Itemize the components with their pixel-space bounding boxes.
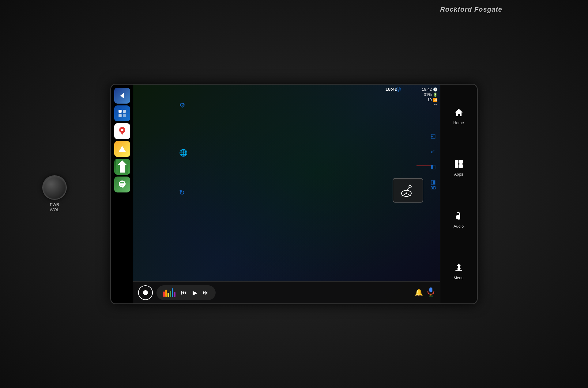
svg-rect-23 bbox=[459, 164, 463, 168]
app-dock bbox=[111, 85, 133, 303]
nav-item-menu[interactable]: Menu bbox=[450, 260, 467, 283]
pwr-label: PWR/VOL bbox=[50, 202, 59, 213]
apps-label: Apps bbox=[454, 172, 463, 177]
nav-item-home[interactable]: Home bbox=[450, 105, 467, 128]
status-time: 18:42 bbox=[422, 87, 432, 92]
car-surround: Rockford Fosgate PWR/VOL bbox=[0, 0, 588, 388]
float-settings-icon[interactable]: ⚙ bbox=[179, 101, 185, 109]
app-icon-settings-panel[interactable] bbox=[114, 105, 130, 121]
svg-point-13 bbox=[409, 185, 411, 188]
svg-rect-17 bbox=[429, 287, 432, 292]
status-battery-row: 31% 🔋 bbox=[424, 92, 438, 97]
svg-marker-7 bbox=[120, 132, 124, 135]
mic-button[interactable] bbox=[427, 287, 435, 299]
status-time-row: 18:42 🕐 bbox=[422, 87, 438, 92]
svg-marker-0 bbox=[120, 93, 124, 99]
svg-rect-1 bbox=[119, 110, 122, 113]
menu-label: Menu bbox=[454, 276, 464, 280]
main-screen: 18:42 🕐 31% 🔋 19 📶 ●● 18:42 Ⓑ bbox=[110, 84, 478, 304]
svg-rect-2 bbox=[123, 110, 126, 113]
float-sync-icon[interactable]: ↻ bbox=[179, 189, 185, 197]
svg-rect-24 bbox=[455, 270, 462, 271]
media-satellite-box[interactable] bbox=[393, 178, 423, 203]
home-icon bbox=[454, 108, 463, 119]
apps-icon bbox=[454, 159, 463, 171]
nav-item-apps[interactable]: Apps bbox=[451, 156, 466, 180]
audio-label: Audio bbox=[454, 224, 464, 229]
battery-icon: 🔋 bbox=[433, 93, 438, 97]
svg-point-6 bbox=[121, 129, 123, 131]
prev-button[interactable]: ⏮ bbox=[181, 289, 187, 296]
svg-rect-4 bbox=[123, 114, 126, 117]
notification-button[interactable]: 🔔 bbox=[415, 289, 423, 297]
menu-icon bbox=[454, 263, 463, 274]
svg-marker-8 bbox=[119, 146, 126, 152]
app-icon-waze[interactable] bbox=[114, 141, 130, 157]
media-controls: ⏮ ▶ ⏭ bbox=[156, 285, 216, 300]
side-ind-1[interactable]: ◱ bbox=[431, 133, 436, 139]
nav-item-audio[interactable]: Audio bbox=[450, 208, 467, 232]
side-ind-2[interactable]: ↙ bbox=[431, 148, 436, 155]
status-temp-row: 19 📶 bbox=[428, 97, 438, 102]
svg-point-16 bbox=[405, 192, 407, 194]
audio-icon bbox=[454, 211, 463, 223]
main-content-area: 18:42 🕐 31% 🔋 19 📶 ●● 18:42 Ⓑ bbox=[133, 85, 440, 303]
bluetooth-icon: Ⓑ bbox=[396, 86, 401, 93]
side-ind-3[interactable]: ◧ bbox=[431, 163, 436, 170]
record-button[interactable] bbox=[138, 285, 153, 300]
signal-icon: 📶 bbox=[433, 98, 438, 102]
right-nav: Home Apps bbox=[440, 85, 477, 303]
side-ind-4[interactable]: ◨ bbox=[431, 179, 436, 185]
app-icon-nav-arrow[interactable] bbox=[114, 88, 130, 104]
equalizer-bars[interactable] bbox=[163, 288, 175, 297]
svg-rect-20 bbox=[455, 160, 458, 164]
svg-rect-21 bbox=[459, 160, 463, 164]
label-3d: 3D bbox=[431, 185, 436, 190]
next-button[interactable]: ⏭ bbox=[203, 289, 209, 296]
status-battery: 31% bbox=[424, 92, 432, 97]
app-icon-messenger[interactable] bbox=[114, 177, 130, 192]
record-inner bbox=[143, 290, 148, 295]
status-dots: ●● bbox=[434, 103, 438, 106]
svg-rect-22 bbox=[455, 164, 458, 168]
app-icon-ev[interactable] bbox=[114, 159, 130, 175]
pwr-knob[interactable] bbox=[42, 175, 67, 200]
status-bar: 18:42 🕐 31% 🔋 19 📶 ●● bbox=[422, 87, 438, 106]
clock-icon: 🕐 bbox=[433, 87, 438, 92]
app-icon-maps[interactable] bbox=[114, 123, 130, 139]
brand-logo: Rockford Fosgate bbox=[440, 6, 502, 13]
bottom-bar: ⏮ ▶ ⏭ 🔔 bbox=[133, 281, 440, 303]
play-button[interactable]: ▶ bbox=[193, 289, 197, 296]
side-indicators: ◱ ↙ ◧ ◨ bbox=[431, 133, 436, 185]
pwr-vol-knob-area: PWR/VOL bbox=[42, 175, 67, 213]
home-label: Home bbox=[453, 120, 464, 125]
screen-clock: 18:42 bbox=[386, 86, 397, 92]
float-globe-icon[interactable]: 🌐 bbox=[179, 149, 187, 157]
status-temp: 19 bbox=[428, 97, 432, 102]
svg-rect-3 bbox=[119, 114, 122, 117]
